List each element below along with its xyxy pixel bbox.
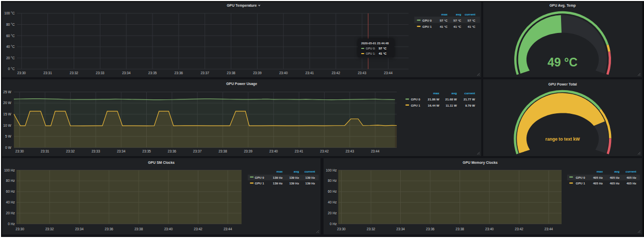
- svg-text:23:30: 23:30: [18, 71, 26, 75]
- svg-text:GPU 1: GPU 1: [422, 25, 432, 28]
- svg-text:current: current: [465, 13, 476, 16]
- svg-text:23:30: 23:30: [15, 149, 24, 153]
- svg-text:23:43: 23:43: [346, 149, 354, 153]
- svg-text:60 Hz: 60 Hz: [328, 190, 336, 193]
- svg-text:21.77 W: 21.77 W: [464, 98, 476, 101]
- svg-text:23:34: 23:34: [75, 227, 84, 231]
- svg-text:GPU Power Usage: GPU Power Usage: [226, 82, 257, 86]
- svg-text:139 Hz: 139 Hz: [273, 176, 283, 179]
- svg-text:57 °C: 57 °C: [453, 19, 462, 22]
- svg-text:23:38: 23:38: [218, 149, 227, 153]
- svg-text:23:44: 23:44: [371, 149, 380, 153]
- svg-text:20 Hz: 20 Hz: [6, 211, 15, 215]
- svg-text:23:38: 23:38: [134, 227, 143, 231]
- svg-text:23:44: 23:44: [384, 71, 393, 75]
- svg-text:GPU Temperature: GPU Temperature: [227, 4, 257, 8]
- svg-text:23:43: 23:43: [358, 71, 366, 75]
- svg-text:100 Hz: 100 Hz: [4, 168, 15, 172]
- svg-text:23:33: 23:33: [96, 71, 105, 75]
- svg-text:23:40: 23:40: [164, 227, 173, 231]
- svg-text:139 Hz: 139 Hz: [306, 182, 315, 185]
- svg-text:139 Hz: 139 Hz: [273, 182, 283, 185]
- svg-text:avg: avg: [614, 170, 620, 173]
- svg-text:23:36: 23:36: [175, 71, 183, 75]
- svg-text:60 °C: 60 °C: [6, 34, 15, 38]
- svg-text:23:34: 23:34: [117, 149, 126, 153]
- svg-text:23:30: 23:30: [337, 227, 346, 231]
- svg-text:23:42: 23:42: [515, 227, 523, 231]
- svg-text:40 °C: 40 °C: [6, 45, 15, 48]
- svg-text:21.86 W: 21.86 W: [428, 98, 439, 101]
- svg-text:23:36: 23:36: [426, 227, 435, 231]
- svg-text:80 Hz: 80 Hz: [328, 179, 336, 182]
- svg-text:current: current: [304, 170, 315, 173]
- svg-text:23:34: 23:34: [396, 227, 405, 231]
- svg-text:139 Hz: 139 Hz: [289, 182, 299, 185]
- svg-text:23:32: 23:32: [66, 149, 75, 153]
- svg-text:GPU 0: GPU 0: [422, 19, 432, 22]
- svg-text:405 Hz: 405 Hz: [626, 176, 636, 179]
- svg-text:23:36: 23:36: [168, 149, 177, 153]
- svg-text:GPU Power Total: GPU Power Total: [548, 82, 577, 86]
- svg-text:23:32: 23:32: [45, 227, 54, 231]
- svg-text:avg: avg: [451, 92, 457, 95]
- svg-text:23:41: 23:41: [295, 149, 303, 153]
- svg-text:23:39: 23:39: [244, 149, 252, 153]
- svg-text:20 W: 20 W: [3, 101, 11, 105]
- svg-text:23:42: 23:42: [194, 227, 202, 231]
- svg-text:10 W: 10 W: [3, 124, 11, 127]
- svg-text:range to text kW: range to text kW: [546, 137, 581, 142]
- svg-text:23:32: 23:32: [70, 71, 78, 75]
- svg-text:23:37: 23:37: [200, 71, 209, 75]
- svg-text:23:42: 23:42: [332, 71, 341, 75]
- svg-text:405 Hz: 405 Hz: [593, 182, 603, 185]
- svg-text:100 °C: 100 °C: [4, 11, 14, 15]
- svg-text:20 Hz: 20 Hz: [328, 211, 336, 215]
- svg-text:GPU 1: GPU 1: [411, 104, 421, 107]
- svg-text:23:34: 23:34: [122, 71, 131, 75]
- svg-text:23:33: 23:33: [92, 149, 100, 153]
- svg-text:9.79 W: 9.79 W: [465, 104, 475, 107]
- svg-text:23:40: 23:40: [279, 71, 288, 75]
- svg-text:15 W: 15 W: [3, 112, 11, 116]
- svg-text:GPU 0: GPU 0: [255, 176, 265, 179]
- svg-text:100 Hz: 100 Hz: [326, 168, 337, 172]
- svg-text:23:38: 23:38: [455, 227, 464, 231]
- svg-text:23:35: 23:35: [148, 71, 157, 75]
- svg-text:40 Hz: 40 Hz: [328, 200, 336, 204]
- svg-text:23:31: 23:31: [41, 149, 49, 153]
- svg-text:23:40: 23:40: [269, 149, 278, 153]
- svg-text:avg: avg: [294, 170, 299, 173]
- svg-text:0 Hz: 0 Hz: [330, 222, 337, 226]
- svg-text:23:36: 23:36: [105, 227, 113, 231]
- svg-text:405 Hz: 405 Hz: [593, 176, 603, 179]
- svg-text:max: max: [277, 170, 283, 173]
- svg-text:57 °C: 57 °C: [468, 19, 476, 22]
- svg-text:GPU 0: GPU 0: [576, 176, 586, 179]
- svg-text:max: max: [442, 13, 448, 16]
- svg-text:avg: avg: [456, 13, 462, 16]
- svg-text:23:38: 23:38: [227, 71, 235, 75]
- svg-text:0 °C: 0 °C: [8, 67, 15, 71]
- svg-text:41 °C: 41 °C: [468, 25, 476, 28]
- svg-text:GPU 1: GPU 1: [576, 182, 586, 185]
- svg-text:23:31: 23:31: [43, 71, 52, 75]
- svg-text:405 Hz: 405 Hz: [609, 176, 619, 179]
- svg-text:23:40: 23:40: [485, 227, 494, 231]
- svg-text:80 Hz: 80 Hz: [6, 179, 15, 182]
- svg-text:41 °C: 41 °C: [453, 25, 462, 28]
- svg-text:0 W: 0 W: [5, 146, 11, 149]
- svg-text:GPU Memory Clocks: GPU Memory Clocks: [463, 161, 498, 165]
- svg-text:60 Hz: 60 Hz: [6, 190, 15, 193]
- svg-text:139 Hz: 139 Hz: [306, 176, 315, 179]
- svg-text:max: max: [433, 92, 440, 95]
- svg-text:GPU 1: GPU 1: [255, 182, 265, 185]
- svg-text:23:44: 23:44: [224, 227, 232, 231]
- svg-text:23:42: 23:42: [320, 149, 329, 153]
- svg-text:16.44 W: 16.44 W: [428, 104, 439, 107]
- svg-text:25 W: 25 W: [3, 90, 11, 94]
- svg-text:23:41: 23:41: [306, 71, 314, 75]
- svg-text:139 Hz: 139 Hz: [289, 176, 299, 179]
- svg-text:0 Hz: 0 Hz: [8, 222, 15, 226]
- svg-text:21.68 W: 21.68 W: [445, 98, 457, 101]
